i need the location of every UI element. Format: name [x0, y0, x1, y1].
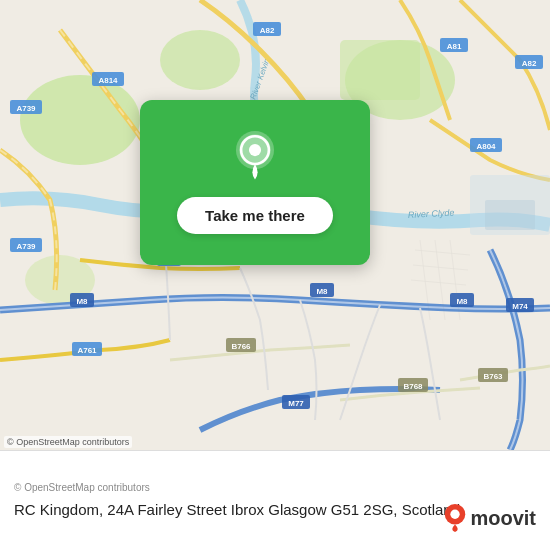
moovit-pin-icon — [444, 504, 466, 532]
svg-point-56 — [451, 510, 460, 519]
svg-text:A761: A761 — [77, 346, 97, 355]
svg-text:A814: A814 — [98, 76, 118, 85]
svg-text:M74: M74 — [512, 302, 528, 311]
svg-text:B766: B766 — [231, 342, 251, 351]
moovit-logo-text: moovit — [470, 507, 536, 530]
take-me-there-button[interactable]: Take me there — [177, 197, 333, 234]
moovit-logo: moovit — [444, 504, 536, 532]
svg-text:A82: A82 — [260, 26, 275, 35]
svg-rect-44 — [485, 200, 535, 230]
overlay-card: Take me there — [140, 100, 370, 265]
svg-text:M8: M8 — [316, 287, 328, 296]
svg-text:B768: B768 — [403, 382, 423, 391]
svg-text:B763: B763 — [483, 372, 503, 381]
svg-point-2 — [160, 30, 240, 90]
svg-point-1 — [20, 75, 140, 165]
svg-text:A804: A804 — [476, 142, 496, 151]
svg-text:M8: M8 — [76, 297, 88, 306]
map-area: River Clyde River Kelvin — [0, 0, 550, 450]
svg-text:A81: A81 — [447, 42, 462, 51]
svg-text:A739: A739 — [16, 242, 36, 251]
map-attribution-overlay: © OpenStreetMap contributors — [4, 436, 132, 448]
svg-point-54 — [249, 144, 261, 156]
svg-text:M77: M77 — [288, 399, 304, 408]
attribution: © OpenStreetMap contributors — [14, 482, 536, 493]
footer: © OpenStreetMap contributors RC Kingdom,… — [0, 450, 550, 550]
svg-rect-4 — [340, 40, 420, 100]
svg-text:A739: A739 — [16, 104, 36, 113]
location-pin-icon — [229, 131, 281, 183]
app: River Clyde River Kelvin — [0, 0, 550, 550]
svg-text:A82: A82 — [522, 59, 537, 68]
